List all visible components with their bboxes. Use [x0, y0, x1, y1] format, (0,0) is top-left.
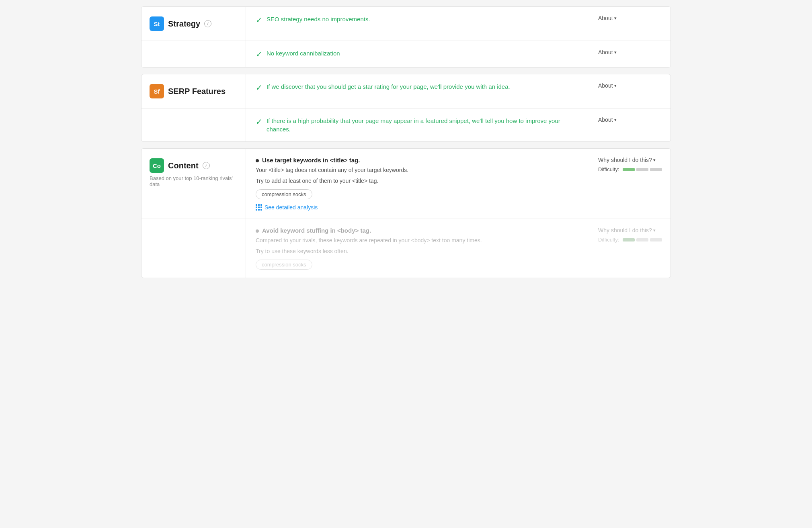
- strategy-badge: St: [150, 16, 164, 31]
- serp-check-text-2: If there is a high probability that your…: [267, 117, 580, 133]
- chevron-icon-2: ▾: [614, 50, 617, 55]
- strategy-item-1-content: ✓ SEO strategy needs no improvements.: [246, 7, 590, 41]
- strategy-title: Strategy: [168, 19, 200, 29]
- diff-bar-1-1: [623, 168, 635, 171]
- checkmark-icon-3: ✓: [256, 83, 262, 92]
- diff-bar-1-2: [636, 168, 648, 171]
- content-item-2: Avoid keyword stuffing in <body> tag. Co…: [246, 219, 590, 278]
- serp-row-1: Sf SERP Features ✓ If we discover that y…: [141, 74, 671, 108]
- content-section: Co Content i Based on your top 10-rankin…: [141, 148, 671, 278]
- serp-about-1: About ▾: [590, 74, 671, 108]
- content-right-1: Why should I do this? ▾ Difficulty:: [590, 149, 671, 219]
- why-link-1[interactable]: Why should I do this? ▾: [598, 157, 656, 163]
- strategy-row-2: ✓ No keyword cannibalization About ▾: [141, 41, 671, 67]
- bullet-dot-1: [256, 159, 259, 162]
- serp-badge: Sf: [150, 84, 164, 98]
- strategy-section: St Strategy i ✓ SEO strategy needs no im…: [141, 6, 671, 68]
- see-analysis-link[interactable]: See detailed analysis: [256, 204, 580, 211]
- see-analysis-text: See detailed analysis: [265, 204, 318, 211]
- content-desc-1b: Try to add at least one of them to your …: [256, 177, 580, 185]
- about-link-2[interactable]: About ▾: [598, 49, 617, 55]
- strategy-title-row: St Strategy i: [150, 16, 238, 31]
- content-desc-2b: Try to use these keywords less often.: [256, 247, 580, 256]
- content-subtitle: Based on your top 10-ranking rivals' dat…: [150, 175, 238, 187]
- content-desc-2a: Compared to your rivals, these keywords …: [256, 236, 580, 245]
- difficulty-label-1: Difficulty:: [598, 166, 619, 172]
- serp-about-2: About ▾: [590, 108, 671, 141]
- about-link-3[interactable]: About ▾: [598, 82, 617, 89]
- diff-bars-1: [623, 168, 662, 171]
- strategy-row-1: St Strategy i ✓ SEO strategy needs no im…: [141, 7, 671, 41]
- diff-bar-2-1: [623, 238, 635, 241]
- strategy-info-icon[interactable]: i: [204, 20, 211, 27]
- checkmark-icon-4: ✓: [256, 117, 262, 127]
- chevron-icon-4: ▾: [614, 117, 617, 123]
- serp-item-2-content: ✓ If there is a high probability that yo…: [246, 108, 590, 141]
- diff-bar-2-3: [650, 238, 662, 241]
- content-header: Co Content i Based on your top 10-rankin…: [141, 149, 246, 219]
- chevron-icon-5: ▾: [653, 158, 656, 163]
- difficulty-1: Difficulty:: [598, 166, 662, 172]
- diff-bar-2-2: [636, 238, 648, 241]
- serp-header: Sf SERP Features: [141, 74, 246, 108]
- serp-header-empty: [141, 108, 246, 141]
- grid-icon: [256, 204, 262, 211]
- content-bullet-2: Avoid keyword stuffing in <body> tag.: [256, 227, 580, 234]
- serp-item-1-content: ✓ If we discover that you should get a s…: [246, 74, 590, 108]
- content-right-2: Why should I do this? ▾ Difficulty:: [590, 219, 671, 278]
- bullet-dot-2: [256, 229, 259, 233]
- diff-bar-1-3: [650, 168, 662, 171]
- strategy-check-1: ✓ SEO strategy needs no improvements.: [256, 15, 580, 25]
- content-header-empty: [141, 219, 246, 278]
- strategy-header-empty: [141, 41, 246, 67]
- keyword-tag-2: compression socks: [256, 260, 312, 270]
- content-title-row: Co Content i: [150, 158, 238, 173]
- checkmark-icon-2: ✓: [256, 49, 262, 59]
- serp-check-text-1: If we discover that you should get a sta…: [267, 82, 510, 91]
- why-link-2: Why should I do this? ▾: [598, 227, 656, 233]
- content-row-2: Avoid keyword stuffing in <body> tag. Co…: [141, 219, 671, 278]
- serp-row-2: ✓ If there is a high probability that yo…: [141, 108, 671, 141]
- strategy-check-text-1: SEO strategy needs no improvements.: [267, 15, 370, 23]
- strategy-check-text-2: No keyword cannibalization: [267, 49, 340, 57]
- strategy-check-2: ✓ No keyword cannibalization: [256, 49, 580, 59]
- content-title: Content: [168, 161, 199, 170]
- content-bullet-title-2: Avoid keyword stuffing in <body> tag.: [262, 227, 371, 234]
- strategy-header: St Strategy i: [141, 7, 246, 41]
- difficulty-2: Difficulty:: [598, 237, 662, 243]
- serp-title: SERP Features: [168, 87, 226, 96]
- strategy-about-1: About ▾: [590, 7, 671, 41]
- about-link-4[interactable]: About ▾: [598, 117, 617, 123]
- keyword-tag-1[interactable]: compression socks: [256, 189, 312, 199]
- content-bullet-1: Use target keywords in <title> tag.: [256, 157, 580, 164]
- strategy-about-2: About ▾: [590, 41, 671, 67]
- content-badge: Co: [150, 158, 164, 173]
- serp-check-2: ✓ If there is a high probability that yo…: [256, 117, 580, 133]
- chevron-icon-6: ▾: [653, 228, 656, 233]
- serp-title-row: Sf SERP Features: [150, 84, 238, 98]
- about-link-1[interactable]: About ▾: [598, 15, 617, 21]
- chevron-icon-3: ▾: [614, 83, 617, 88]
- page-container: St Strategy i ✓ SEO strategy needs no im…: [135, 0, 677, 291]
- content-item-1: Use target keywords in <title> tag. Your…: [246, 149, 590, 219]
- diff-bars-2: [623, 238, 662, 241]
- serp-check-1: ✓ If we discover that you should get a s…: [256, 82, 580, 92]
- checkmark-icon-1: ✓: [256, 15, 262, 25]
- chevron-icon-1: ▾: [614, 16, 617, 21]
- content-bullet-title-1: Use target keywords in <title> tag.: [262, 157, 360, 164]
- content-info-icon[interactable]: i: [203, 162, 210, 169]
- content-row-1: Co Content i Based on your top 10-rankin…: [141, 149, 671, 219]
- difficulty-label-2: Difficulty:: [598, 237, 619, 243]
- content-desc-1a: Your <title> tag does not contain any of…: [256, 166, 580, 174]
- strategy-item-2-content: ✓ No keyword cannibalization: [246, 41, 590, 67]
- serp-section: Sf SERP Features ✓ If we discover that y…: [141, 74, 671, 142]
